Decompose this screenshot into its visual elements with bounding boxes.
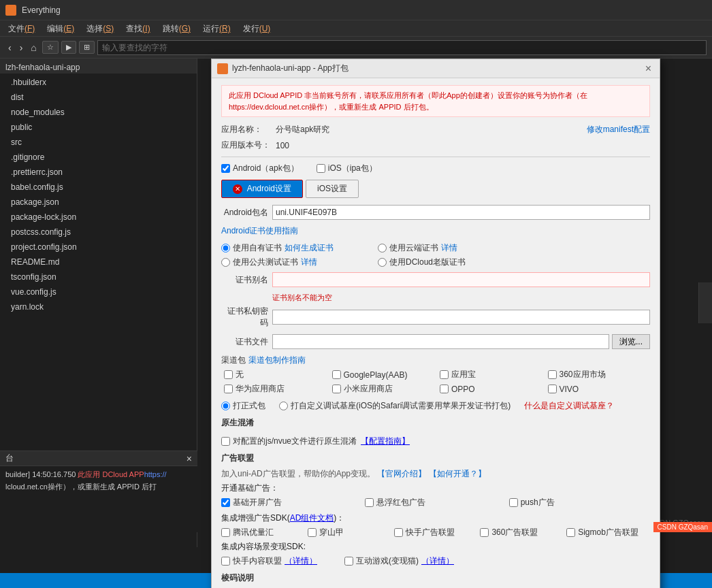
cert-radio-dcloud[interactable]: 使用DCloud老版证书 bbox=[378, 257, 514, 268]
bottom-panel-close-button[interactable]: × bbox=[187, 453, 192, 464]
cert-guide-link[interactable]: Android证书使用指南 bbox=[221, 226, 298, 235]
cert-cloud-detail-link[interactable]: 详情 bbox=[441, 242, 457, 254]
cert-gen-link[interactable]: 如何生成证书 bbox=[285, 242, 334, 254]
scene-game-cb[interactable] bbox=[344, 557, 353, 566]
cert-radio-cloud[interactable]: 使用云端证书 详情 bbox=[378, 242, 514, 254]
ios-checkbox-label[interactable]: iOS（ipa包） bbox=[317, 163, 377, 174]
channel-googleplay[interactable]: GooglePlay(AAB) bbox=[332, 369, 435, 380]
channel-vivo[interactable]: VIVO bbox=[548, 383, 651, 395]
sidebar-item-vue-config[interactable]: vue.config.js bbox=[0, 283, 197, 298]
channel-360-cb[interactable] bbox=[548, 370, 557, 379]
channel-xiaomi[interactable]: 小米应用商店 bbox=[332, 383, 435, 395]
sdk-kuaishou[interactable]: 快手广告联盟 bbox=[394, 527, 478, 538]
cert-public-detail-link[interactable]: 详情 bbox=[301, 257, 317, 268]
menu-file[interactable]: 文件(F) bbox=[3, 20, 40, 37]
sidebar-item-public[interactable]: public bbox=[0, 118, 197, 133]
cert-file-input[interactable] bbox=[272, 334, 609, 349]
bookmark-button[interactable]: ☆ bbox=[42, 41, 59, 54]
cert-radio-dcloud-input[interactable] bbox=[378, 258, 387, 267]
scene-kuaishou-cb[interactable] bbox=[221, 557, 230, 566]
native-mixin-checkbox[interactable] bbox=[221, 437, 230, 446]
channel-vivo-cb[interactable] bbox=[548, 385, 557, 393]
sidebar-item-babel[interactable]: babel.config.js bbox=[0, 178, 197, 193]
channel-huawei[interactable]: 华为应用商店 bbox=[224, 383, 327, 395]
menu-select[interactable]: 选择(S) bbox=[81, 20, 119, 37]
sidebar-item-hbuilderx[interactable]: .hbuilderx bbox=[0, 74, 197, 88]
sidebar-item-yarn-lock[interactable]: yarn.lock bbox=[0, 298, 197, 313]
menu-goto[interactable]: 跳转(G) bbox=[157, 20, 196, 37]
cert-radio-cloud-input[interactable] bbox=[378, 244, 387, 252]
channel-guide-link[interactable]: 渠道包制作指南 bbox=[248, 355, 306, 366]
play-button[interactable]: ▶ bbox=[61, 41, 76, 54]
sdk-doc-link[interactable]: AD组件文档 bbox=[290, 512, 334, 524]
sidebar-item-gitignore[interactable]: .gitignore bbox=[0, 148, 197, 163]
sidebar-item-node-modules[interactable]: node_modules bbox=[0, 103, 197, 118]
ad-official-link[interactable]: 【官网介绍】 bbox=[377, 469, 426, 478]
menu-publish[interactable]: 发行(U) bbox=[238, 20, 276, 37]
sdk-tencent[interactable]: 腾讯优量汇 bbox=[221, 527, 305, 538]
scene-game-detail[interactable]: （详情） bbox=[421, 555, 454, 567]
sidebar-item-dist[interactable]: dist bbox=[0, 88, 197, 103]
dialog-close-button[interactable]: × bbox=[643, 63, 654, 75]
sdk-360[interactable]: 360广告联盟 bbox=[480, 527, 564, 538]
cert-radio-own[interactable]: 使用自有证书 如何生成证书 bbox=[221, 242, 357, 254]
sdk-chuanshan-cb[interactable] bbox=[308, 528, 317, 537]
sidebar-item-package-lock[interactable]: package-lock.json bbox=[0, 208, 197, 223]
ad-push-cb[interactable] bbox=[509, 498, 518, 507]
sdk-chuanshan[interactable]: 穿山甲 bbox=[308, 527, 391, 538]
menu-find[interactable]: 查找(I) bbox=[120, 20, 155, 37]
search-input[interactable] bbox=[97, 40, 707, 55]
sidebar-item-src[interactable]: src bbox=[0, 133, 197, 148]
formal-pack-label[interactable]: 打正式包 bbox=[221, 400, 265, 412]
channel-huawei-cb[interactable] bbox=[224, 385, 233, 393]
sidebar-root-item[interactable]: lzh-fenhaola-uni-app bbox=[0, 59, 197, 74]
channel-none-cb[interactable] bbox=[224, 370, 233, 379]
channel-yingyongbao-cb[interactable] bbox=[440, 370, 449, 379]
channel-xiaomi-cb[interactable] bbox=[332, 385, 341, 393]
scene-kuaishou-detail[interactable]: （详情） bbox=[285, 555, 317, 567]
ad-float-cb[interactable] bbox=[365, 498, 374, 507]
sidebar-item-project-config[interactable]: project.config.json bbox=[0, 238, 197, 253]
sidebar-item-readme[interactable]: README.md bbox=[0, 253, 197, 268]
sidebar-item-package[interactable]: package.json bbox=[0, 193, 197, 208]
browse-button[interactable]: 浏览... bbox=[612, 334, 650, 349]
formal-pack-radio[interactable] bbox=[221, 402, 230, 410]
cert-radio-own-input[interactable] bbox=[221, 244, 230, 252]
sidebar-item-postcss[interactable]: postcss.config.js bbox=[0, 223, 197, 238]
sidebar-item-tsconfig[interactable]: tsconfig.json bbox=[0, 268, 197, 283]
android-pkg-input[interactable] bbox=[272, 205, 650, 220]
manifest-config-link[interactable]: 修改manifest配置 bbox=[587, 124, 650, 135]
custom-base-link[interactable]: 什么是自定义调试基座？ bbox=[524, 400, 614, 412]
ad-splash-cb[interactable] bbox=[221, 498, 230, 507]
ios-checkbox[interactable] bbox=[317, 164, 325, 173]
android-checkbox-label[interactable]: Android（apk包） bbox=[221, 163, 299, 174]
custom-pack-radio[interactable] bbox=[279, 402, 288, 410]
ad-splash[interactable]: 基础开屏广告 bbox=[221, 497, 362, 508]
ad-open-link[interactable]: 【如何开通？】 bbox=[429, 469, 486, 478]
sdk-kuaishou-cb[interactable] bbox=[394, 528, 403, 537]
menu-run[interactable]: 运行(R) bbox=[197, 20, 236, 37]
channel-360[interactable]: 360应用市场 bbox=[548, 369, 651, 380]
channel-oppo-cb[interactable] bbox=[440, 385, 449, 393]
sdk-sigmob-cb[interactable] bbox=[566, 528, 575, 537]
channel-yingyongbao[interactable]: 应用宝 bbox=[440, 369, 543, 380]
cert-alias-input[interactable] bbox=[272, 272, 650, 287]
sidebar-item-prettierrc[interactable]: .prettierrc.json bbox=[0, 163, 197, 178]
scene-game[interactable]: 互动游戏(变现猫) （详情） bbox=[344, 555, 454, 567]
menu-edit[interactable]: 编辑(E) bbox=[42, 20, 80, 37]
search-icon-button[interactable]: ⊞ bbox=[79, 41, 95, 54]
sdk-sigmob[interactable]: Sigmob广告联盟 bbox=[566, 527, 650, 538]
nav-back-button[interactable]: ‹ bbox=[5, 42, 14, 53]
ios-settings-tab[interactable]: iOS设置 bbox=[306, 180, 359, 198]
cert-password-input[interactable] bbox=[272, 310, 650, 325]
android-checkbox[interactable] bbox=[221, 164, 230, 173]
nav-home-button[interactable]: ⌂ bbox=[28, 42, 39, 53]
native-mixin-label[interactable]: 对配置的js/nvue文件进行原生混淆 bbox=[221, 436, 357, 447]
scene-kuaishou[interactable]: 快手内容联盟 （详情） bbox=[221, 555, 317, 567]
ad-push[interactable]: push广告 bbox=[509, 497, 650, 508]
channel-oppo[interactable]: OPPO bbox=[440, 383, 543, 395]
channel-none[interactable]: 无 bbox=[224, 369, 327, 380]
ad-float[interactable]: 悬浮红包广告 bbox=[365, 497, 506, 508]
cert-radio-public[interactable]: 使用公共测试证书 详情 bbox=[221, 257, 357, 268]
bottom-panel-tab[interactable]: 台 bbox=[5, 453, 14, 464]
